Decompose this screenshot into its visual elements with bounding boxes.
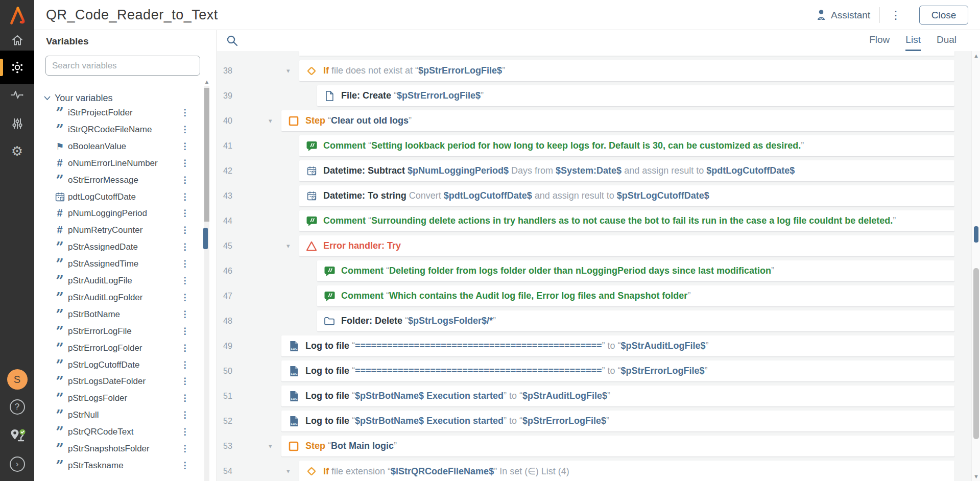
action-card[interactable]: Error handler: Try <box>299 235 954 256</box>
svg-text:LOG: LOG <box>291 347 297 350</box>
variable-menu-icon[interactable]: ⋮ <box>179 272 190 289</box>
more-options-icon[interactable]: ⋮ <box>888 0 903 30</box>
variable-menu-icon[interactable]: ⋮ <box>179 255 190 272</box>
assistant-button[interactable]: Assistant <box>816 0 870 30</box>
action-card[interactable]: Comment “Which contains the Audit log fi… <box>317 285 954 306</box>
variable-item[interactable]: ”pStrSnapshotsFolder⋮ <box>34 440 217 457</box>
variable-item[interactable]: ”pStrAssignedTime⋮ <box>34 255 217 272</box>
variable-menu-icon[interactable]: ⋮ <box>179 205 190 222</box>
variable-item[interactable]: ”pStrNull⋮ <box>34 406 217 423</box>
variable-menu-icon[interactable]: ⋮ <box>179 323 190 340</box>
action-card[interactable]: Comment “Setting lookback period for how… <box>299 135 954 156</box>
log-action-icon: LOG <box>288 340 300 352</box>
scroll-up-icon[interactable]: ▲ <box>972 53 980 59</box>
automation-anywhere-logo <box>0 4 34 27</box>
variable-item[interactable]: ”pStrLogCutoffDate⋮ <box>34 356 217 373</box>
action-card[interactable]: Step “Bot Main logic” <box>281 436 954 456</box>
home-icon[interactable] <box>0 32 34 49</box>
variable-menu-icon[interactable]: ⋮ <box>179 406 190 423</box>
variable-menu-icon[interactable]: ⋮ <box>179 138 190 155</box>
action-row: 42Datetime: Subtract $pNumLoggingPeriod$… <box>217 160 971 181</box>
variable-name: pStrLogCutoffDate <box>68 356 140 373</box>
variable-menu-icon[interactable]: ⋮ <box>179 289 190 306</box>
user-avatar[interactable]: S <box>0 369 34 390</box>
variable-menu-icon[interactable]: ⋮ <box>179 340 190 356</box>
close-button[interactable]: Close <box>919 6 968 25</box>
datetime-action-icon <box>305 165 318 177</box>
settings-gear-icon[interactable]: ⚙ <box>0 142 34 160</box>
variable-menu-icon[interactable]: ⋮ <box>179 457 190 474</box>
your-variables-group[interactable]: Your variables <box>44 93 112 104</box>
variable-menu-icon[interactable]: ⋮ <box>179 390 190 406</box>
activity-icon[interactable] <box>0 86 34 103</box>
variable-item[interactable]: ”iStrQRCodeFileName⋮ <box>34 121 217 138</box>
scrollbar-thumb[interactable] <box>204 88 209 222</box>
action-card[interactable]: Folder: Delete “$pStrLogsFolder$/*” <box>317 310 954 331</box>
collapse-chevron-icon[interactable]: ▾ <box>286 60 290 81</box>
variable-menu-icon[interactable]: ⋮ <box>179 423 190 440</box>
action-card[interactable]: File: Create “$pStrErrorLogFile$” <box>317 85 954 106</box>
tab-dual[interactable]: Dual <box>937 34 957 51</box>
variable-item[interactable]: #pNumRetryCounter⋮ <box>34 222 217 238</box>
collapse-chevron-icon[interactable]: ▾ <box>269 110 272 131</box>
variable-item[interactable]: ”pStrErrorLogFolder⋮ <box>34 340 217 356</box>
search-actions-icon[interactable] <box>226 35 238 49</box>
scrollbar-thumb[interactable] <box>973 268 979 439</box>
variable-menu-icon[interactable]: ⋮ <box>179 373 190 390</box>
action-card[interactable]: Comment “Deleting folder from logs folde… <box>317 260 954 281</box>
variable-item[interactable]: ”pStrQRCodeText⋮ <box>34 423 217 440</box>
action-card[interactable]: If file extension “$iStrQRCodeFileName$”… <box>299 461 954 481</box>
action-card[interactable]: LOGLog to file “$pStrBotName$ Execution … <box>281 386 954 406</box>
search-variables-input[interactable] <box>45 56 200 76</box>
collapse-chevron-icon[interactable]: ▾ <box>286 235 290 256</box>
variable-menu-icon[interactable]: ⋮ <box>179 121 190 138</box>
sliders-icon[interactable] <box>0 115 34 132</box>
action-row: 49LOGLog to file “======================… <box>217 335 971 356</box>
sidebar-item-bot-editor[interactable] <box>0 51 34 84</box>
action-card[interactable]: Step “Clear out old logs” <box>281 110 954 131</box>
variable-item[interactable]: #oNumErrorLineNumber⋮ <box>34 155 217 172</box>
variable-item[interactable]: #pNumLoggingPeriod⋮ <box>34 205 217 222</box>
help-icon[interactable]: ? <box>0 399 34 415</box>
action-card[interactable]: If file does not exist at “$pStrErrorLog… <box>299 60 954 81</box>
variable-item[interactable]: ”pStrBotName⋮ <box>34 306 217 323</box>
assistant-label: Assistant <box>831 10 870 21</box>
variable-item[interactable]: ”oStrErrorMessage⋮ <box>34 172 217 188</box>
line-number: 39 <box>223 85 232 106</box>
variable-menu-icon[interactable]: ⋮ <box>179 222 190 238</box>
scroll-up-icon[interactable]: ▲ <box>203 79 210 85</box>
variable-item[interactable]: ”iStrProjectFolder⋮ <box>34 104 217 121</box>
action-card[interactable]: LOGLog to file “$pStrBotName$ Execution … <box>281 411 954 431</box>
action-card[interactable]: Datetime: Subtract $pNumLoggingPeriod$ D… <box>299 160 954 181</box>
variable-menu-icon[interactable]: ⋮ <box>179 188 190 205</box>
variable-item[interactable]: ”pStrAuditLogFolder⋮ <box>34 289 217 306</box>
variable-menu-icon[interactable]: ⋮ <box>179 440 190 457</box>
variable-menu-icon[interactable]: ⋮ <box>179 356 190 373</box>
variable-item[interactable]: ⚑oBooleanValue⋮ <box>34 138 217 155</box>
action-card[interactable]: LOGLog to file “========================… <box>281 360 954 381</box>
variable-item[interactable]: ”pStrErrorLogFile⋮ <box>34 323 217 340</box>
tab-list[interactable]: List <box>905 34 921 51</box>
variable-item[interactable]: ”pStrLogsFolder⋮ <box>34 390 217 406</box>
variable-item[interactable]: pdtLogCutoffDate⋮ <box>34 188 217 205</box>
variable-menu-icon[interactable]: ⋮ <box>179 172 190 188</box>
variable-menu-icon[interactable]: ⋮ <box>179 306 190 323</box>
device-status-icon[interactable] <box>0 426 34 445</box>
variable-item[interactable]: ”pStrLogsDateFolder⋮ <box>34 373 217 390</box>
line-number: 45 <box>223 235 232 256</box>
collapse-chevron-icon[interactable]: ▾ <box>286 461 290 481</box>
collapse-chevron-icon[interactable]: ▾ <box>269 436 272 456</box>
variable-item[interactable]: ”pStrAssignedDate⋮ <box>34 238 217 255</box>
variable-menu-icon[interactable]: ⋮ <box>179 155 190 172</box>
action-card[interactable]: Datetime: To string Convert $pdtLogCutof… <box>299 185 954 206</box>
variable-item[interactable]: ”pStrAuditLogFile⋮ <box>34 272 217 289</box>
action-card[interactable]: Comment “Surrounding delete actions in t… <box>299 210 954 231</box>
tab-flow[interactable]: Flow <box>869 34 890 51</box>
variable-menu-icon[interactable]: ⋮ <box>179 238 190 255</box>
expand-rail-icon[interactable]: › <box>0 456 34 472</box>
scroll-down-icon[interactable]: ▼ <box>972 473 980 479</box>
variable-item[interactable]: ”pStrTaskname⋮ <box>34 457 217 474</box>
variable-menu-icon[interactable]: ⋮ <box>179 104 190 121</box>
action-row: 52LOGLog to file “$pStrBotName$ Executio… <box>217 411 971 431</box>
action-card[interactable]: LOGLog to file “========================… <box>281 335 954 356</box>
